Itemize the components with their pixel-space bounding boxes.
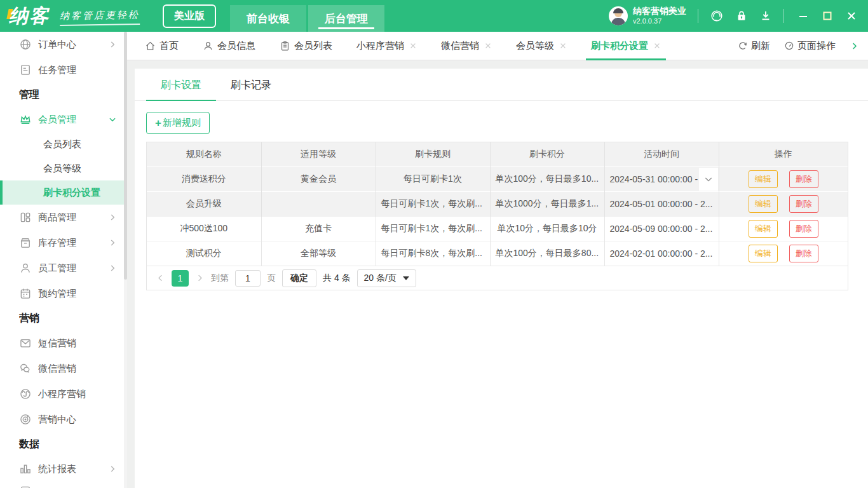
page-unit-label: 页 xyxy=(267,273,276,284)
delete-button[interactable]: 删除 xyxy=(789,245,818,262)
sidebar-item-member-level[interactable]: 会员等级 xyxy=(0,156,127,180)
tab-swipe-setting[interactable]: 刷卡设置 xyxy=(146,69,216,100)
user-block[interactable]: 纳客营销美业 v2.0.0.37 xyxy=(609,6,686,25)
table-row: 冲500送100 充值卡 每日可刷卡1次，每次刷... 单次10分，每日最多10… xyxy=(147,216,848,241)
close-tab-icon[interactable] xyxy=(484,42,492,50)
delete-button[interactable]: 删除 xyxy=(789,170,818,188)
table-row: 会员升级 每日可刷卡1次，每次刷... 单次1000分，每日最多1... 202… xyxy=(147,191,848,216)
sidebar-item-sms-marketing[interactable]: 短信营销 xyxy=(0,330,127,356)
sidebar-item-swipe-points-setting[interactable]: 刷卡积分设置 xyxy=(0,180,127,205)
edition-button[interactable]: 美业版 xyxy=(163,4,216,28)
sidebar-item-miniprogram-marketing[interactable]: 小程序营销 xyxy=(0,381,127,407)
sidebar: 订单中心 任务管理 管理 会员管理 会员列表 会员等级 刷卡积分设置 xyxy=(0,32,127,488)
sidebar-item-marketing-center[interactable]: 营销中心 xyxy=(0,407,127,432)
home-icon xyxy=(145,41,156,51)
goto-label: 到第 xyxy=(211,273,229,284)
page-size-select[interactable]: 20 条/页 xyxy=(357,269,416,287)
miniprogram-icon xyxy=(19,388,32,400)
close-tab-icon[interactable] xyxy=(409,42,417,50)
close-button[interactable] xyxy=(846,11,857,21)
sidebar-item-inventory-manage[interactable]: 库存管理 xyxy=(0,230,127,255)
sidebar-item-member-manage[interactable]: 会员管理 xyxy=(0,107,127,132)
divider xyxy=(698,9,698,23)
tab-member-level[interactable]: 会员等级 xyxy=(516,32,567,60)
edit-button[interactable]: 编辑 xyxy=(749,195,778,213)
sidebar-item-partial xyxy=(0,482,127,488)
sidebar-item-goods-manage[interactable]: 商品管理 xyxy=(0,205,127,230)
download-icon[interactable] xyxy=(759,10,772,22)
tab-wechat-marketing[interactable]: 微信营销 xyxy=(441,32,492,60)
col-active-time: 活动时间 xyxy=(604,142,719,166)
app-version: v2.0.0.37 xyxy=(633,17,686,26)
chevron-right-icon[interactable] xyxy=(850,41,859,51)
page-actions-button[interactable]: 页面操作 xyxy=(784,40,836,52)
prev-page-button[interactable] xyxy=(156,273,165,283)
sidebar-item-wechat-marketing[interactable]: 微信营销 xyxy=(0,356,127,381)
next-page-button[interactable] xyxy=(195,273,205,283)
sidebar-item-member-list[interactable]: 会员列表 xyxy=(0,132,127,156)
user-name: 纳客营销美业 xyxy=(633,6,686,17)
total-count: 共 4 条 xyxy=(323,273,351,284)
tab-member-info[interactable]: 会员信息 xyxy=(203,32,255,60)
edit-button[interactable]: 编辑 xyxy=(749,245,778,262)
rules-table: 规则名称 适用等级 刷卡规则 刷卡积分 活动时间 操作 消费送积分 黄金会员 每 xyxy=(146,142,848,290)
divider xyxy=(783,9,784,23)
delete-button[interactable]: 删除 xyxy=(789,195,818,213)
sidebar-section-manage: 管理 xyxy=(0,83,127,107)
content-panel: 刷卡设置 刷卡记录 + 新增规则 规则名称 适用等级 刷卡规则 xyxy=(135,69,868,488)
sidebar-item-staff-manage[interactable]: 员工管理 xyxy=(0,255,127,281)
caret-down-icon xyxy=(403,276,409,280)
customer-service-icon[interactable] xyxy=(710,9,724,23)
chevron-down-icon xyxy=(108,115,117,124)
pagination: 1 到第 页 确定 共 4 条 20 条/页 xyxy=(147,266,848,290)
refresh-icon xyxy=(738,41,748,51)
globe-icon xyxy=(19,38,32,51)
tab-miniprogram-marketing[interactable]: 小程序营销 xyxy=(356,32,417,60)
delete-button[interactable]: 删除 xyxy=(789,220,818,238)
main-nav: 前台收银 后台管理 xyxy=(230,0,384,32)
add-rule-button[interactable]: + 新增规则 xyxy=(146,112,210,134)
sidebar-item-order-center[interactable]: 订单中心 xyxy=(0,32,127,57)
inventory-icon xyxy=(19,236,32,249)
sidebar-item-task-manage[interactable]: 任务管理 xyxy=(0,57,127,83)
edit-button[interactable]: 编辑 xyxy=(749,170,778,188)
plus-icon: + xyxy=(155,118,161,128)
gauge-icon xyxy=(784,41,794,51)
tab-home[interactable]: 首页 xyxy=(145,32,179,60)
chevron-right-icon xyxy=(108,213,117,222)
chevron-right-icon xyxy=(108,464,117,473)
minimize-button[interactable] xyxy=(798,11,808,21)
app-header: 纳客 纳客管店更轻松 美业版 前台收银 后台管理 纳客营销美业 v2.0.0.3… xyxy=(0,0,868,32)
current-page[interactable]: 1 xyxy=(172,270,189,287)
sidebar-item-statistics-report[interactable]: 统计报表 xyxy=(0,456,127,482)
person-icon xyxy=(203,41,214,51)
table-header-row: 规则名称 适用等级 刷卡规则 刷卡积分 活动时间 操作 xyxy=(147,142,848,166)
target-icon xyxy=(19,413,32,426)
tab-swipe-points-setting[interactable]: 刷卡积分设置 xyxy=(591,32,661,60)
tab-member-list[interactable]: 会员列表 xyxy=(280,32,332,60)
confirm-page-button[interactable]: 确定 xyxy=(282,269,316,287)
chevron-right-icon xyxy=(108,40,117,49)
goto-page-input[interactable] xyxy=(235,270,261,287)
tab-swipe-records[interactable]: 刷卡记录 xyxy=(216,69,286,100)
edit-button[interactable]: 编辑 xyxy=(749,220,778,238)
envelope-icon xyxy=(19,337,32,349)
close-tab-icon[interactable] xyxy=(559,42,567,50)
nav-front-cashier[interactable]: 前台收银 xyxy=(230,5,306,32)
table-row: 消费送积分 黄金会员 每日可刷卡1次 单次100分，每日最多10... 2024… xyxy=(147,166,848,191)
chevron-right-icon xyxy=(108,264,117,273)
sidebar-section-marketing: 营销 xyxy=(0,306,127,330)
refresh-button[interactable]: 刷新 xyxy=(738,40,770,52)
sidebar-item-booking-manage[interactable]: 预约管理 xyxy=(0,281,127,306)
bar-chart-icon xyxy=(19,463,32,475)
maximize-button[interactable] xyxy=(822,11,832,21)
close-tab-icon[interactable] xyxy=(653,42,661,50)
expand-row-button[interactable] xyxy=(699,168,718,191)
sidebar-scrollbar[interactable] xyxy=(124,32,127,488)
sidebar-section-data: 数据 xyxy=(0,432,127,456)
person-icon xyxy=(19,262,32,274)
crown-icon xyxy=(19,113,32,126)
nav-backstage-manage[interactable]: 后台管理 xyxy=(308,5,384,32)
lock-icon[interactable] xyxy=(735,10,748,22)
clipboard-icon xyxy=(280,41,290,51)
